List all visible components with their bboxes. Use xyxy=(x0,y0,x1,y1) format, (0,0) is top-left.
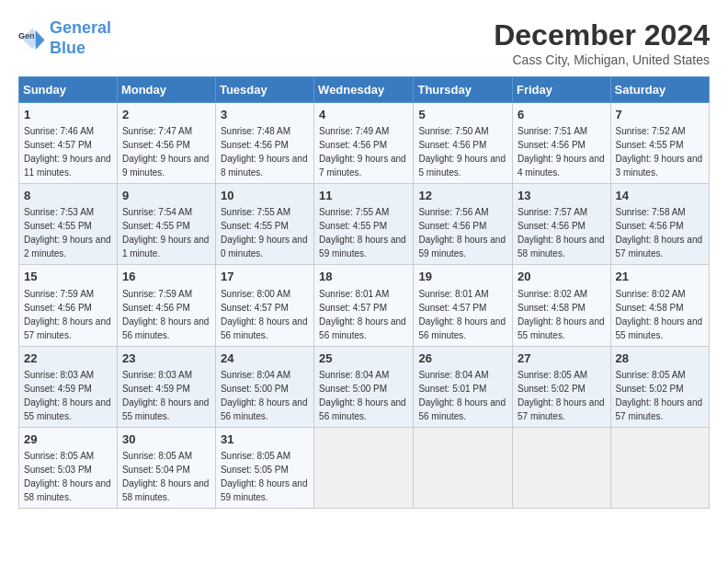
day-number: 11 xyxy=(319,188,408,204)
day-number: 27 xyxy=(518,350,606,367)
day-number: 20 xyxy=(518,269,606,285)
calendar-cell: 8 Sunrise: 7:53 AMSunset: 4:55 PMDayligh… xyxy=(19,184,118,265)
calendar-cell: 10 Sunrise: 7:55 AMSunset: 4:55 PMDaylig… xyxy=(215,184,313,265)
cell-text: Sunrise: 7:51 AMSunset: 4:56 PMDaylight:… xyxy=(518,126,605,178)
day-header-thursday: Thursday xyxy=(414,77,513,103)
calendar-cell: 24 Sunrise: 8:04 AMSunset: 5:00 PMDaylig… xyxy=(215,346,313,427)
cell-text: Sunrise: 7:59 AMSunset: 4:56 PMDaylight:… xyxy=(24,289,111,340)
day-number: 18 xyxy=(319,269,408,285)
cell-text: Sunrise: 8:04 AMSunset: 5:00 PMDaylight:… xyxy=(319,370,406,421)
day-number: 22 xyxy=(24,350,112,367)
day-number: 28 xyxy=(616,350,704,367)
cell-text: Sunrise: 8:03 AMSunset: 4:59 PMDaylight:… xyxy=(122,370,210,421)
calendar-week-5: 29 Sunrise: 8:05 AMSunset: 5:03 PMDaylig… xyxy=(19,427,710,508)
calendar-table: SundayMondayTuesdayWednesdayThursdayFrid… xyxy=(18,76,710,509)
day-number: 29 xyxy=(24,431,112,448)
calendar-cell xyxy=(314,427,414,508)
calendar-cell: 15 Sunrise: 7:59 AMSunset: 4:56 PMDaylig… xyxy=(19,265,118,346)
calendar-cell: 17 Sunrise: 8:00 AMSunset: 4:57 PMDaylig… xyxy=(215,265,313,346)
cell-text: Sunrise: 8:05 AMSunset: 5:05 PMDaylight:… xyxy=(221,451,308,502)
cell-text: Sunrise: 8:05 AMSunset: 5:03 PMDaylight:… xyxy=(24,451,111,502)
day-number: 16 xyxy=(122,269,210,285)
day-number: 31 xyxy=(221,431,309,448)
title-area: December 2024 Cass City, Michigan, Unite… xyxy=(494,18,710,67)
day-number: 4 xyxy=(319,107,408,123)
cell-text: Sunrise: 8:02 AMSunset: 4:58 PMDaylight:… xyxy=(518,289,605,340)
calendar-week-1: 1 Sunrise: 7:46 AMSunset: 4:57 PMDayligh… xyxy=(19,103,710,184)
cell-text: Sunrise: 8:04 AMSunset: 5:00 PMDaylight:… xyxy=(221,370,308,421)
calendar-cell: 25 Sunrise: 8:04 AMSunset: 5:00 PMDaylig… xyxy=(314,346,414,427)
cell-text: Sunrise: 8:05 AMSunset: 5:04 PMDaylight:… xyxy=(122,451,210,502)
day-number: 7 xyxy=(616,107,704,123)
calendar-cell: 30 Sunrise: 8:05 AMSunset: 5:04 PMDaylig… xyxy=(117,427,215,508)
calendar-cell: 7 Sunrise: 7:52 AMSunset: 4:55 PMDayligh… xyxy=(610,103,709,184)
calendar-cell: 6 Sunrise: 7:51 AMSunset: 4:56 PMDayligh… xyxy=(513,103,611,184)
calendar-cell: 18 Sunrise: 8:01 AMSunset: 4:57 PMDaylig… xyxy=(314,265,414,346)
day-number: 30 xyxy=(122,431,210,448)
day-number: 26 xyxy=(418,350,507,367)
cell-text: Sunrise: 8:01 AMSunset: 4:57 PMDaylight:… xyxy=(319,289,406,340)
calendar-cell xyxy=(414,427,513,508)
cell-text: Sunrise: 7:47 AMSunset: 4:56 PMDaylight:… xyxy=(122,126,210,178)
cell-text: Sunrise: 7:58 AMSunset: 4:56 PMDaylight:… xyxy=(616,207,703,259)
day-number: 23 xyxy=(122,350,210,367)
calendar-cell xyxy=(513,427,611,508)
day-number: 5 xyxy=(418,107,507,123)
calendar-cell: 2 Sunrise: 7:47 AMSunset: 4:56 PMDayligh… xyxy=(117,103,215,184)
day-number: 14 xyxy=(616,188,704,204)
day-header-wednesday: Wednesday xyxy=(314,77,414,103)
calendar-cell: 28 Sunrise: 8:05 AMSunset: 5:02 PMDaylig… xyxy=(610,346,709,427)
cell-text: Sunrise: 8:00 AMSunset: 4:57 PMDaylight:… xyxy=(221,289,308,340)
day-number: 6 xyxy=(518,107,606,123)
calendar-cell: 1 Sunrise: 7:46 AMSunset: 4:57 PMDayligh… xyxy=(19,103,118,184)
day-number: 10 xyxy=(221,188,309,204)
calendar-body: 1 Sunrise: 7:46 AMSunset: 4:57 PMDayligh… xyxy=(19,103,710,509)
day-number: 17 xyxy=(221,269,309,285)
cell-text: Sunrise: 8:05 AMSunset: 5:02 PMDaylight:… xyxy=(616,370,703,421)
cell-text: Sunrise: 8:03 AMSunset: 4:59 PMDaylight:… xyxy=(24,370,111,421)
day-number: 12 xyxy=(418,188,507,204)
logo-text: General Blue xyxy=(50,18,111,58)
calendar-cell: 22 Sunrise: 8:03 AMSunset: 4:59 PMDaylig… xyxy=(19,346,118,427)
cell-text: Sunrise: 7:55 AMSunset: 4:55 PMDaylight:… xyxy=(221,207,308,259)
cell-text: Sunrise: 7:50 AMSunset: 4:56 PMDaylight:… xyxy=(418,126,506,178)
day-number: 19 xyxy=(418,269,507,285)
cell-text: Sunrise: 7:57 AMSunset: 4:56 PMDaylight:… xyxy=(518,207,605,259)
calendar-cell: 11 Sunrise: 7:55 AMSunset: 4:55 PMDaylig… xyxy=(314,184,414,265)
day-number: 9 xyxy=(122,188,210,204)
day-number: 25 xyxy=(319,350,408,367)
cell-text: Sunrise: 7:55 AMSunset: 4:55 PMDaylight:… xyxy=(319,207,406,259)
cell-text: Sunrise: 7:49 AMSunset: 4:56 PMDaylight:… xyxy=(319,126,406,178)
day-number: 3 xyxy=(221,107,309,123)
cell-text: Sunrise: 8:01 AMSunset: 4:57 PMDaylight:… xyxy=(418,289,506,340)
calendar-week-3: 15 Sunrise: 7:59 AMSunset: 4:56 PMDaylig… xyxy=(19,265,710,346)
day-number: 1 xyxy=(24,107,112,123)
cell-text: Sunrise: 7:52 AMSunset: 4:55 PMDaylight:… xyxy=(616,126,703,178)
calendar-cell xyxy=(610,427,709,508)
cell-text: Sunrise: 7:54 AMSunset: 4:55 PMDaylight:… xyxy=(122,207,210,259)
logo: Gen General Blue xyxy=(18,18,111,58)
calendar-cell: 14 Sunrise: 7:58 AMSunset: 4:56 PMDaylig… xyxy=(610,184,709,265)
cell-text: Sunrise: 7:59 AMSunset: 4:56 PMDaylight:… xyxy=(122,289,210,340)
calendar-cell: 12 Sunrise: 7:56 AMSunset: 4:56 PMDaylig… xyxy=(414,184,513,265)
day-header-sunday: Sunday xyxy=(19,77,118,103)
calendar-cell: 31 Sunrise: 8:05 AMSunset: 5:05 PMDaylig… xyxy=(215,427,313,508)
cell-text: Sunrise: 7:46 AMSunset: 4:57 PMDaylight:… xyxy=(24,126,111,178)
subtitle: Cass City, Michigan, United States xyxy=(494,52,710,67)
day-number: 21 xyxy=(616,269,704,285)
day-header-tuesday: Tuesday xyxy=(215,77,313,103)
calendar-cell: 13 Sunrise: 7:57 AMSunset: 4:56 PMDaylig… xyxy=(513,184,611,265)
page-header: Gen General Blue December 2024 Cass City… xyxy=(18,18,710,67)
cell-text: Sunrise: 8:02 AMSunset: 4:58 PMDaylight:… xyxy=(616,289,703,340)
day-number: 13 xyxy=(518,188,606,204)
calendar-cell: 5 Sunrise: 7:50 AMSunset: 4:56 PMDayligh… xyxy=(414,103,513,184)
calendar-cell: 16 Sunrise: 7:59 AMSunset: 4:56 PMDaylig… xyxy=(117,265,215,346)
day-number: 24 xyxy=(221,350,309,367)
calendar-header-row: SundayMondayTuesdayWednesdayThursdayFrid… xyxy=(19,77,710,103)
cell-text: Sunrise: 8:04 AMSunset: 5:01 PMDaylight:… xyxy=(418,370,506,421)
calendar-cell: 3 Sunrise: 7:48 AMSunset: 4:56 PMDayligh… xyxy=(215,103,313,184)
cell-text: Sunrise: 8:05 AMSunset: 5:02 PMDaylight:… xyxy=(518,370,605,421)
day-number: 15 xyxy=(24,269,112,285)
day-header-saturday: Saturday xyxy=(610,77,709,103)
calendar-cell: 29 Sunrise: 8:05 AMSunset: 5:03 PMDaylig… xyxy=(19,427,118,508)
